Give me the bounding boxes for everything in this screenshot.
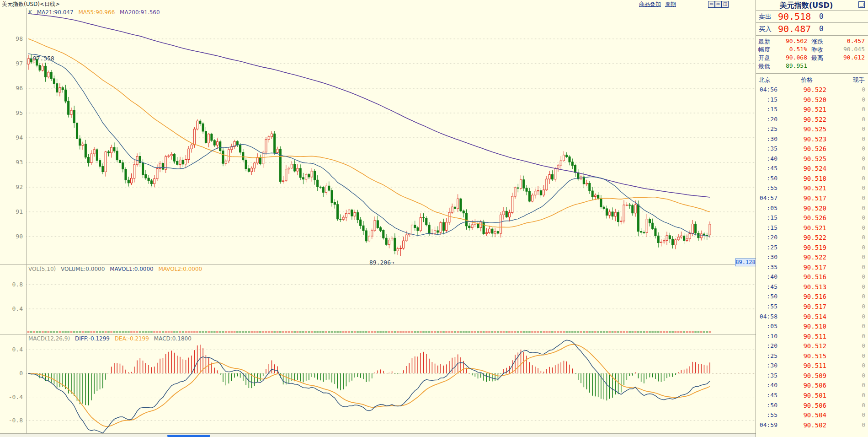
legend-volume: VOLUME:0.0000	[61, 266, 105, 272]
axis-tick-label: 0.4	[0, 305, 23, 312]
time-sales-row: :5590.5170	[756, 302, 868, 312]
candlesticks	[27, 54, 711, 256]
time-sales-row: :2090.5220	[756, 115, 868, 125]
stat-row: 开盘90.068最高90.612	[756, 54, 868, 62]
sell-price: 90.518	[778, 11, 811, 22]
time-sales-row: :2590.5190	[756, 243, 868, 253]
header-time: 北京	[759, 76, 771, 84]
time-sales-row: :2590.5150	[756, 351, 868, 361]
time-sales-row: :5590.5210	[756, 183, 868, 194]
axis-tick-label: 92	[0, 183, 23, 190]
axis-tick-label: 94	[0, 134, 23, 141]
buy-label: 买入	[759, 25, 772, 33]
macd-histogram	[28, 345, 710, 405]
axis-tick-label: 93	[0, 159, 23, 166]
axis-tick-label: 91	[0, 208, 23, 215]
time-sales-row: :2590.5250	[756, 124, 868, 135]
legend-k: K	[28, 9, 32, 16]
legend-mavol2: MAVOL2:0.0000	[159, 266, 202, 272]
time-sales-row: :4090.5060	[756, 381, 868, 391]
time-sales-row: :3090.5230	[756, 135, 868, 145]
legend-macd-params: MACD(12,26,9)	[28, 335, 70, 342]
kline-legend: K MA21:90.047 MA55:90.966 MA200:91.560	[28, 9, 163, 16]
time-sales-row: :5090.5160	[756, 292, 868, 302]
time-sales-row: :3090.5220	[756, 253, 868, 263]
axis-tick-label: 0.4	[0, 346, 23, 353]
quote-panel-title: 美元指数(USD)	[756, 1, 857, 11]
sell-label: 卖出	[759, 13, 772, 21]
kline-macd-canvas[interactable]	[0, 0, 756, 434]
low-annotation: 89.206→	[369, 259, 394, 266]
time-sales-row: :3590.5260	[756, 144, 868, 154]
high-annotation: ←97.358	[29, 55, 54, 62]
header-price: 价格	[801, 76, 813, 84]
time-sales-list[interactable]: 04:5690.5220:1590.5200:1590.5210:2090.52…	[756, 85, 868, 431]
sell-qty: 0	[819, 12, 824, 21]
vol-legend: VOL(5,10) VOLUME:0.0000 MAVOL1:0.0000 MA…	[28, 266, 205, 272]
header-volume: 现手	[853, 76, 865, 84]
time-sales-row: :0590.5100	[756, 322, 868, 332]
buy-qty: 0	[819, 24, 824, 33]
time-sales-row: :0590.5200	[756, 204, 868, 214]
time-sales-row: :5090.5180	[756, 174, 868, 184]
quote-panel: 美元指数(USD) 卖出 90.518 0 买入 90.487 0 最新90.5…	[756, 0, 868, 437]
ma55-line	[28, 39, 710, 227]
stat-row: 最低89.951	[756, 62, 868, 70]
legend-ma55: MA55:90.966	[78, 9, 115, 16]
legend-dea: DEA:-0.2199	[115, 335, 149, 342]
time-sales-row: :1590.5200	[756, 95, 868, 105]
time-sales-row: 04:5890.5140	[756, 312, 868, 322]
chart-area[interactable]: K MA21:90.047 MA55:90.966 MA200:91.560 V…	[0, 8, 756, 434]
axis-tick-label: 95	[0, 109, 23, 116]
time-sales-row: :4590.5130	[756, 282, 868, 292]
horizontal-scrollbar-track[interactable]	[0, 434, 756, 437]
time-sales-row: 04:5990.5020	[756, 421, 868, 431]
time-sales-row: 04:5790.5170	[756, 194, 868, 204]
time-sales-row: :5590.5040	[756, 410, 868, 421]
time-sales-row: :4090.5250	[756, 154, 868, 164]
legend-diff: DIFF:-0.1299	[75, 335, 110, 342]
time-sales-row: 04:5690.5220	[756, 85, 868, 95]
time-sales-row: :2090.5220	[756, 233, 868, 243]
time-sales-row: :4590.5010	[756, 391, 868, 401]
latest-price-marker: 89.128	[735, 259, 756, 266]
time-sales-row: :2090.5120	[756, 341, 868, 351]
time-sales-row: :3590.5170	[756, 263, 868, 273]
time-sales-row: :3590.5090	[756, 371, 868, 381]
axis-tick-label: 98	[0, 35, 23, 42]
axis-tick-label: -0.8	[0, 417, 23, 424]
axis-tick-label: 0.8	[0, 281, 23, 288]
axis-tick-label: 0	[0, 370, 23, 377]
time-sales-row: :5090.5060	[756, 401, 868, 411]
stat-row: 幅度0.51%昨收90.045	[756, 46, 868, 54]
restore-window-icon[interactable]	[858, 1, 865, 8]
horizontal-scrollbar-thumb[interactable]	[167, 435, 210, 437]
time-sales-row: :4090.5160	[756, 272, 868, 282]
time-sales-row: :4590.5240	[756, 164, 868, 174]
trading-app-window: 美元指数(USD)<日线> 商品叠加 周期 ⇦ ⇨ ◫ K MA21:90.04…	[0, 0, 868, 437]
stat-row: 最新90.502涨跌0.457	[756, 38, 868, 45]
time-sales-header: 北京 价格 现手	[756, 73, 868, 85]
legend-vol-params: VOL(5,10)	[28, 266, 56, 272]
time-sales-row: :1590.5260	[756, 213, 868, 223]
time-sales-row: :1590.5210	[756, 223, 868, 233]
macd-legend: MACD(12,26,9) DIFF:-0.1299 DEA:-0.2199 M…	[28, 335, 195, 342]
buy-price: 90.487	[778, 23, 811, 34]
time-sales-row: :3090.5110	[756, 361, 868, 371]
quote-stats: 最新90.502涨跌0.457幅度0.51%昨收90.045开盘90.068最高…	[756, 35, 868, 73]
legend-ma21: MA21:90.047	[37, 9, 74, 16]
time-sales-row: :1590.5210	[756, 105, 868, 115]
ma200-line	[28, 14, 710, 197]
time-sales-row: :1090.5110	[756, 332, 868, 342]
axis-tick-label: -0.4	[0, 394, 23, 400]
axis-tick-label: 96	[0, 85, 23, 92]
legend-ma200: MA200:91.560	[120, 9, 160, 16]
axis-tick-label: 90	[0, 233, 23, 240]
axis-tick-label: 97	[0, 60, 23, 67]
sell-quote-row: 卖出 90.518 0	[756, 10, 868, 23]
diff-line	[28, 340, 710, 433]
legend-mavol1: MAVOL1:0.0000	[110, 266, 154, 272]
legend-macd-val: MACD:0.1800	[154, 335, 192, 342]
buy-quote-row: 买入 90.487 0	[756, 22, 868, 35]
